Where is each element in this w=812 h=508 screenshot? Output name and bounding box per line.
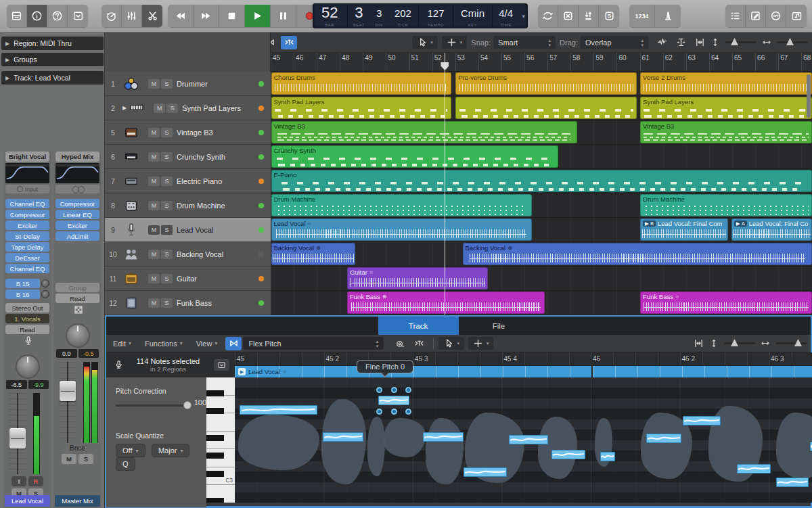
channel-name-plate[interactable]: Lead Vocal [5, 495, 50, 507]
mixer-button[interactable] [122, 5, 142, 27]
track-row[interactable]: 7MSElectric Piano [105, 169, 271, 193]
auto-track-zoom-icon[interactable] [673, 36, 689, 49]
input-setting[interactable]: Input [5, 185, 49, 193]
horizontal-zoom-slider[interactable] [777, 41, 808, 43]
note-edit-handle[interactable] [391, 409, 397, 415]
plugin-slot[interactable]: Channel EQ [5, 199, 49, 208]
flex-pitch-icon[interactable] [281, 36, 297, 49]
eq-thumbnail[interactable] [5, 163, 49, 183]
plugin-slot[interactable]: Channel EQ [5, 264, 49, 273]
zoom-fit-icon[interactable] [692, 36, 708, 49]
pause-button[interactable] [271, 5, 296, 27]
editor-menu-functions[interactable]: Functions▾ [138, 335, 189, 352]
track-row[interactable]: 12MSFunk Bass [105, 291, 271, 315]
arrange-vertical-scrollbar[interactable] [807, 74, 811, 118]
input-setting[interactable]: ◯◯ [55, 185, 99, 193]
play-button[interactable] [245, 5, 271, 27]
lcd-display[interactable]: 52BAR 3BEAT 3DIV 202TICK 127TEMPO CminKE… [313, 3, 528, 28]
horizontal-zoom-slider[interactable] [775, 342, 807, 344]
volume-value[interactable]: -6.5 [6, 380, 27, 389]
track-solo-button[interactable]: S [161, 177, 173, 186]
send-name[interactable]: B 16 [5, 290, 40, 299]
plugin-slot[interactable]: AdLimit [55, 231, 99, 241]
piano-keyboard[interactable]: C3 [206, 377, 235, 503]
count-in-button[interactable]: 1234 [629, 5, 655, 27]
region-vintage-b3[interactable]: Vintage B3 [271, 121, 577, 143]
track-mute-button[interactable]: M [148, 274, 160, 283]
pointer-tool-menu[interactable]: ▾ [438, 337, 464, 350]
track-row[interactable]: 11MSGuitar [105, 267, 271, 291]
group-slot[interactable]: Group [55, 283, 99, 292]
editor-menu-view[interactable]: View▾ [189, 335, 225, 352]
region-synth-pad-layers[interactable]: Synth Pad Layers [271, 97, 451, 119]
gain-value[interactable]: -0.5 [78, 349, 99, 358]
note-edit-handle[interactable] [376, 387, 382, 393]
plugin-slot[interactable]: DeEsser [5, 253, 49, 262]
region-lead-vocal[interactable]: Lead Vocal○ [271, 218, 533, 241]
quick-help-button[interactable] [47, 5, 68, 27]
region-play-icon[interactable]: ▶ [238, 368, 246, 375]
autopunch-button[interactable] [558, 5, 579, 27]
replace-button[interactable] [579, 5, 599, 27]
volume-value[interactable]: 0.0 [56, 349, 77, 358]
solo-button[interactable]: S [78, 454, 93, 464]
flex-pitch-canvas[interactable] [235, 377, 812, 503]
rewind-button[interactable] [168, 5, 194, 27]
track-row[interactable]: 1MSDrummer [105, 72, 271, 96]
plugin-slot[interactable]: Compressor [55, 199, 99, 208]
editor-region-segment[interactable] [593, 366, 812, 377]
track-solo-button[interactable]: S [161, 128, 173, 137]
region-funk-bass[interactable]: Funk Bass○ [640, 292, 812, 314]
waveform-zoom-icon[interactable] [654, 36, 670, 49]
library-button[interactable] [7, 5, 27, 27]
region-drum-machine[interactable]: Drum Machine [640, 194, 812, 216]
flex-pitch-note[interactable] [737, 464, 771, 474]
track-solo-button[interactable]: S [161, 274, 173, 283]
automation-mode[interactable]: Read [5, 325, 49, 334]
track-row[interactable]: 2▶MSSynth Pad Layers [105, 96, 271, 120]
track-mute-button[interactable]: M [148, 152, 160, 162]
note-edit-handle[interactable] [376, 409, 382, 415]
volume-fader[interactable] [60, 381, 76, 401]
flex-pitch-note[interactable] [240, 405, 317, 415]
note-edit-handle[interactable] [405, 387, 411, 393]
smart-controls-button[interactable] [102, 5, 122, 27]
drag-menu[interactable]: Overlap▴▾ [581, 36, 648, 49]
groups-inspector-header[interactable]: ▶Groups [1, 53, 104, 66]
secondary-tool-menu[interactable]: ▾ [442, 36, 468, 49]
flex-pitch-note[interactable] [378, 396, 409, 405]
vertical-zoom-slider[interactable] [725, 41, 757, 43]
media-browser-button[interactable] [786, 5, 807, 27]
arrange-area[interactable]: Chorus DrumsPre-verse DrumsVerse 2 Drums… [271, 72, 812, 315]
note-edit-handle[interactable] [391, 387, 397, 393]
plugin-slot[interactable]: St-Delay [5, 231, 49, 241]
editor-menu-edit[interactable]: Edit▾ [106, 335, 138, 352]
track-row[interactable]: 5MSVintage B3 [105, 120, 271, 145]
flex-mode-menu[interactable]: Flex Pitch▴▾ [243, 337, 384, 350]
flex-pitch-note[interactable] [646, 434, 681, 443]
output-slot[interactable]: Stereo Out [5, 303, 49, 313]
toolbar-toggle-button[interactable] [68, 5, 88, 27]
region-pre-verse-drums[interactable]: Pre-verse Drums [455, 72, 637, 95]
track-solo-button[interactable]: S [166, 103, 178, 113]
region-guitar[interactable]: Guitar○ [347, 267, 488, 290]
channel-name-plate[interactable]: Master Mix [55, 495, 100, 507]
plugin-slot[interactable]: Exciter [5, 221, 49, 230]
channel-strip-name[interactable]: Bright Vocal [5, 152, 49, 162]
flex-pitch-icon[interactable] [411, 337, 427, 350]
region-verse-2-drums[interactable]: Verse 2 Drums [640, 72, 812, 95]
tab-track[interactable]: Track [378, 317, 459, 335]
eq-thumbnail[interactable] [55, 163, 99, 183]
track-inspector-header[interactable]: ▶Track: Lead Vocal [1, 71, 104, 85]
plugin-slot[interactable]: Exciter [55, 221, 99, 230]
piano-black-key[interactable] [206, 408, 224, 414]
flex-pitch-note[interactable] [600, 452, 615, 461]
track-mute-button[interactable]: M [148, 79, 160, 89]
flex-icon[interactable] [225, 337, 242, 350]
flex-pitch-note[interactable] [509, 435, 548, 444]
catch-playhead-icon[interactable] [392, 337, 408, 350]
track-solo-button[interactable]: S [161, 152, 173, 162]
flex-pitch-note[interactable] [423, 432, 464, 442]
track-solo-button[interactable]: S [161, 225, 173, 235]
playhead[interactable] [445, 53, 445, 315]
